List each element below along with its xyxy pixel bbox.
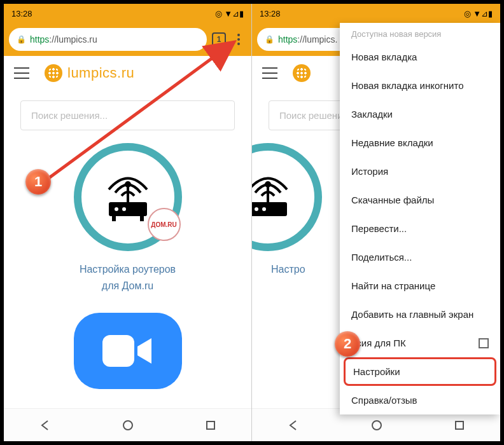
status-bar: 13:28 ◎ ▼⊿▮ [252, 4, 500, 23]
svg-point-14 [262, 207, 266, 211]
router-circle [252, 143, 322, 251]
svg-point-11 [266, 182, 270, 186]
card-title: Настро [252, 261, 354, 278]
nav-home-icon[interactable] [371, 420, 382, 431]
url-host: ://lumpics. [297, 34, 337, 44]
nav-back-icon[interactable] [288, 420, 299, 431]
logo-text: lumpics.ru [67, 65, 134, 81]
hamburger-icon[interactable] [14, 67, 29, 79]
menu-info: Доступна новая версия [340, 23, 500, 43]
router-icon [252, 164, 300, 230]
hamburger-icon[interactable] [262, 67, 277, 79]
svg-point-15 [372, 421, 381, 430]
site-logo[interactable] [293, 64, 311, 82]
svg-point-8 [123, 421, 132, 430]
logo-icon [293, 64, 311, 82]
menu-help[interactable]: Справка/отзыв [340, 386, 500, 414]
status-time: 13:28 [11, 9, 32, 18]
annotation-badge-2: 2 [335, 331, 360, 357]
site-logo[interactable]: lumpics.ru [45, 64, 134, 82]
article-card[interactable]: ДОМ.RU Настройка роутеров для Дом.ru [58, 143, 198, 294]
card-title: Настройка роутеров для Дом.ru [58, 261, 198, 294]
menu-settings[interactable]: Настройки [344, 357, 496, 386]
url-field[interactable]: 🔒 https://lumpics.ru [9, 28, 207, 51]
tab-count[interactable]: 1 [212, 32, 226, 46]
url-scheme: https [278, 34, 297, 44]
svg-point-1 [126, 182, 130, 186]
menu-translate[interactable]: Перевести... [340, 214, 500, 243]
menu-recent-tabs[interactable]: Недавние вкладки [340, 128, 500, 157]
menu-new-tab[interactable]: Новая вкладка [340, 43, 500, 71]
menu-bookmarks[interactable]: Закладки [340, 100, 500, 128]
menu-find[interactable]: Найти на странице [340, 271, 500, 300]
svg-point-4 [122, 207, 126, 211]
page-content: lumpics.ru Поиск решения... ДОМ.RU Настр… [4, 56, 251, 408]
screen-left: 13:28 ◎ ▼⊿▮ 🔒 https://lumpics.ru 1 lumpi… [4, 4, 252, 441]
router-circle: ДОМ.RU [74, 143, 182, 251]
menu-downloads[interactable]: Скачанные файлы [340, 186, 500, 214]
annotation-badge-1: 1 [25, 169, 51, 195]
status-icons: ◎ ▼⊿▮ [464, 9, 493, 18]
nav-recent-icon[interactable] [206, 420, 216, 430]
search-input[interactable]: Поиск решения... [269, 100, 345, 130]
menu-add-home[interactable]: Добавить на главный экран [340, 300, 500, 329]
zoom-tile[interactable] [74, 313, 182, 389]
nav-back-icon[interactable] [39, 420, 51, 431]
browser-menu-dropdown: Доступна новая версия Новая вкладка Нова… [340, 23, 500, 414]
nav-recent-icon[interactable] [454, 420, 465, 430]
svg-rect-7 [102, 335, 134, 367]
checkbox-icon[interactable] [479, 338, 489, 348]
svg-rect-16 [456, 421, 463, 429]
svg-rect-5 [112, 216, 116, 221]
menu-desktop-site[interactable]: рсия для ПК [340, 329, 500, 357]
android-navbar [4, 408, 251, 441]
lock-icon: 🔒 [265, 35, 274, 44]
camera-icon [99, 329, 157, 373]
search-input[interactable]: Поиск решения... [20, 100, 235, 130]
browser-urlbar: 🔒 https://lumpics.ru 1 [4, 23, 251, 56]
menu-incognito[interactable]: Новая вкладка инкогнито [340, 71, 500, 100]
logo-icon [45, 64, 62, 82]
url-scheme: https [30, 34, 49, 44]
url-host: ://lumpics.ru [49, 34, 97, 44]
lock-icon: 🔒 [17, 35, 26, 44]
status-bar: 13:28 ◎ ▼⊿▮ [4, 4, 251, 23]
menu-button[interactable] [231, 32, 246, 47]
menu-history[interactable]: История [340, 157, 500, 186]
svg-rect-6 [140, 216, 144, 221]
article-card[interactable]: Настро [252, 143, 354, 278]
status-icons: ◎ ▼⊿▮ [215, 9, 244, 18]
dom-ru-badge: ДОМ.RU [148, 208, 181, 241]
svg-point-13 [255, 207, 258, 211]
menu-share[interactable]: Поделиться... [340, 243, 500, 271]
status-time: 13:28 [260, 9, 281, 18]
site-header: lumpics.ru [4, 56, 251, 90]
svg-rect-9 [207, 421, 214, 429]
svg-point-3 [115, 207, 118, 211]
nav-home-icon[interactable] [122, 420, 134, 431]
screen-right: 13:28 ◎ ▼⊿▮ 🔒 https://lumpics. Поиск реш… [252, 4, 500, 441]
